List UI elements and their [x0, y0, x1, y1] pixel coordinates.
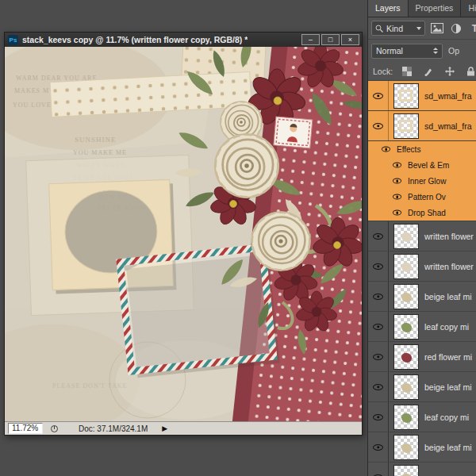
layer-row[interactable]: written flower	[368, 251, 476, 282]
updown-arrows-icon	[433, 48, 438, 54]
layer-name[interactable]: leaf copy mi	[424, 322, 469, 332]
panel-tabs: Layers Properties Hist	[368, 0, 476, 17]
document-title-bar[interactable]: Ps stack_keevs copy @ 11.7% (written flo…	[5, 33, 362, 47]
layers-list: sd_wmal_frasd_wmal_fraEffectsBevel & EmI…	[368, 81, 476, 476]
effect-row[interactable]: Inner Glow	[368, 173, 476, 189]
eye-icon	[382, 147, 390, 152]
layer-row[interactable]: beige leaf mi	[368, 372, 476, 402]
layer-effects-block: EffectsBevel & EmInner GlowPattern OvDro…	[368, 141, 476, 221]
thumbnail-motif	[401, 293, 412, 302]
background-word: PLEASE DON'T TAKE	[52, 382, 127, 390]
layer-thumbnail[interactable]	[393, 113, 419, 139]
layer-thumbnail[interactable]	[393, 314, 419, 340]
layer-row[interactable]: beige leaf mi	[368, 432, 476, 463]
lock-transparency-button[interactable]	[399, 64, 414, 78]
layer-visibility-toggle[interactable]	[368, 81, 389, 110]
tab-layers[interactable]: Layers	[368, 0, 409, 17]
filter-type-layers-button[interactable]: T	[467, 21, 476, 35]
layer-visibility-toggle[interactable]	[368, 251, 389, 281]
thumbnail-motif	[401, 263, 412, 272]
layer-thumbnail[interactable]	[393, 224, 419, 249]
layer-visibility-toggle[interactable]	[368, 463, 389, 476]
effect-row[interactable]: Bevel & Em	[368, 157, 476, 173]
layer-visibility-toggle[interactable]	[368, 342, 389, 371]
eye-icon	[373, 324, 383, 330]
eye-icon	[373, 233, 383, 240]
eye-icon	[373, 414, 383, 420]
layer-visibility-toggle[interactable]	[368, 312, 389, 341]
layer-row[interactable]: sd_wmal_fra	[368, 81, 476, 111]
filter-kind-dropdown[interactable]: Kind	[371, 21, 425, 36]
zoom-level-field[interactable]: 11.72%	[8, 423, 43, 434]
scrapbook-artwork: WARM DEAR YOU ARE MAKES MY SOUL YOU LOVE…	[5, 47, 362, 421]
layer-row[interactable]: red flower mi	[368, 342, 476, 372]
layer-thumbnail[interactable]	[393, 284, 419, 309]
thumbnail-motif	[399, 90, 413, 102]
layer-visibility-toggle[interactable]	[368, 372, 389, 401]
layer-thumbnail[interactable]	[393, 254, 419, 279]
eye-icon	[373, 123, 383, 129]
layer-row[interactable]: written flower	[368, 221, 476, 251]
maximize-button[interactable]: □	[321, 34, 340, 45]
effect-row[interactable]: Drop Shad	[368, 205, 476, 221]
layer-name[interactable]: sd_wmal_fra	[424, 121, 472, 131]
layer-visibility-toggle[interactable]	[368, 432, 389, 462]
layer-name[interactable]: beige leaf mi	[424, 382, 472, 392]
layer-visibility-toggle[interactable]	[368, 402, 389, 432]
layer-thumbnail[interactable]	[393, 465, 419, 476]
effect-name: Drop Shad	[408, 209, 446, 217]
layer-name[interactable]: leaf copy mi	[424, 413, 469, 422]
status-menu-arrow[interactable]: ▶	[162, 424, 167, 432]
layer-thumbnail[interactable]	[393, 344, 419, 370]
lock-all-button[interactable]	[463, 64, 476, 78]
layer-filter-row: Kind T	[368, 17, 476, 40]
canvas[interactable]: WARM DEAR YOU ARE MAKES MY SOUL YOU LOVE…	[5, 47, 362, 421]
layer-name[interactable]: beige leaf mi	[424, 443, 472, 452]
filter-pixel-layers-button[interactable]	[429, 21, 444, 35]
transparency-checker-icon	[402, 67, 412, 76]
effect-row[interactable]: Pattern Ov	[368, 189, 476, 205]
eye-icon	[373, 384, 383, 390]
photoshop-file-icon: Ps	[8, 35, 18, 45]
status-bar: 11.72% Doc: 37.1M/324.1M ▶	[5, 421, 362, 435]
layer-name[interactable]: beige leaf mi	[424, 292, 472, 301]
layer-thumbnail[interactable]	[393, 83, 419, 109]
thumbnail-motif	[399, 120, 413, 132]
layers-panel: Layers Properties Hist Kind	[367, 0, 476, 476]
striped-frame	[120, 247, 279, 378]
effects-header[interactable]: Effects	[368, 141, 476, 157]
document-title: stack_keevs copy @ 11.7% (written flower…	[22, 35, 248, 44]
eye-icon	[393, 194, 401, 200]
minimize-button[interactable]: –	[301, 34, 320, 45]
layer-row[interactable]: beige leaf mi	[368, 282, 476, 312]
layer-visibility-toggle[interactable]	[368, 282, 389, 311]
tab-properties[interactable]: Properties	[409, 0, 462, 17]
layer-thumbnail[interactable]	[393, 435, 419, 460]
layer-row[interactable]: leaf copy mi	[368, 402, 476, 432]
layer-thumbnail[interactable]	[393, 374, 419, 400]
layer-row[interactable]: sd_wmal_fra	[368, 111, 476, 141]
layer-name[interactable]: written flower	[424, 262, 474, 271]
lock-image-button[interactable]	[420, 64, 436, 78]
lock-position-button[interactable]	[442, 64, 457, 78]
tab-histogram[interactable]: Hist	[461, 0, 476, 17]
eye-icon	[393, 210, 401, 216]
layer-row[interactable]: leaf copy mi	[368, 312, 476, 342]
layer-row[interactable]	[368, 463, 476, 476]
thumbnail-motif	[401, 413, 412, 423]
layer-name[interactable]: red flower mi	[424, 352, 472, 362]
filter-adjustment-layers-button[interactable]	[448, 21, 463, 35]
layer-name[interactable]: sd_wmal_fra	[424, 91, 472, 101]
background-word: SUNSHINE	[75, 136, 117, 144]
thumbnail-motif	[401, 232, 412, 242]
padlock-icon	[466, 67, 475, 76]
layer-thumbnail[interactable]	[393, 405, 419, 430]
move-cross-icon	[445, 67, 455, 76]
blend-mode-dropdown[interactable]: Normal	[371, 44, 443, 59]
layer-name[interactable]: written flower	[424, 232, 474, 241]
window-controls: – □ ×	[301, 34, 362, 45]
layer-visibility-toggle[interactable]	[368, 221, 389, 251]
layer-visibility-toggle[interactable]	[368, 111, 389, 140]
stamp	[274, 117, 313, 148]
close-button[interactable]: ×	[341, 34, 359, 45]
